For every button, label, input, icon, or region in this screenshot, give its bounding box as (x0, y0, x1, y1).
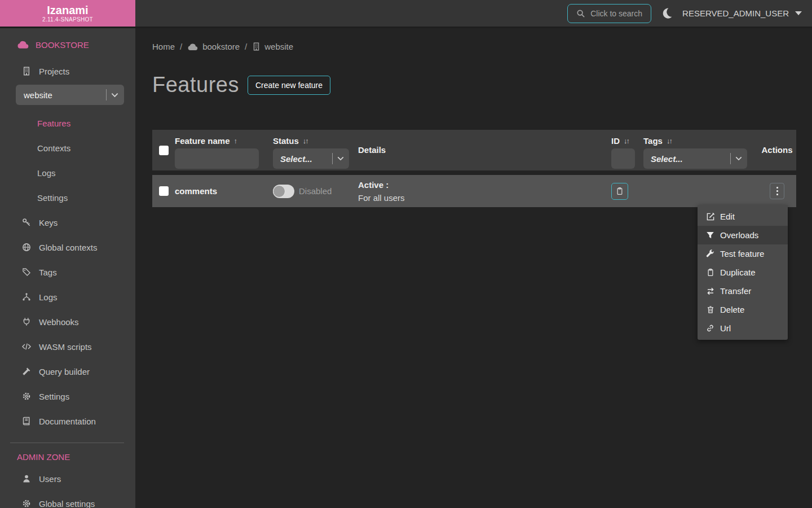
sidebar-item-global-settings[interactable]: Global settings (0, 491, 135, 508)
header-status: Status Select... (273, 135, 358, 170)
tags-filter-select[interactable]: Select... (643, 148, 747, 169)
row-actions-menu-button[interactable] (770, 183, 784, 199)
id-filter-input[interactable] (611, 148, 635, 169)
search-button-label: Click to search (590, 9, 642, 18)
sidebar-item-label: Webhooks (39, 317, 79, 327)
search-button[interactable]: Click to search (567, 4, 651, 23)
plug-icon (21, 317, 32, 326)
row-checkbox-cell (152, 186, 175, 196)
app-name: Izanami (47, 4, 88, 16)
header-tags: Tags Select... (643, 135, 758, 170)
search-icon (576, 9, 585, 18)
status-filter-select[interactable]: Select... (273, 148, 349, 169)
sidebar-item-query-builder[interactable]: Query builder (0, 359, 135, 384)
menu-item-url[interactable]: Url (698, 319, 788, 338)
project-select-value: website (24, 90, 103, 100)
book-icon (21, 417, 32, 426)
sidebar-item-documentation[interactable]: Documentation (0, 409, 135, 433)
breadcrumb-label: website (264, 42, 293, 51)
clipboard-icon (616, 187, 624, 195)
menu-item-delete[interactable]: Delete (698, 300, 788, 319)
sort-both-icon (303, 137, 308, 145)
building-icon (252, 42, 261, 51)
sort-status[interactable]: Status (273, 135, 349, 146)
menu-item-label: Url (720, 323, 731, 333)
sidebar-item-label: Settings (39, 392, 69, 401)
sidebar-item-label: Query builder (39, 367, 90, 376)
breadcrumb-separator: / (245, 42, 247, 51)
main-content: Home / bookstore / website Features Crea… (135, 28, 812, 508)
column-label: ID (611, 136, 620, 146)
sidebar-item-logs[interactable]: Logs (0, 160, 135, 185)
sidebar-item-label: Logs (39, 292, 58, 302)
building-icon (21, 67, 32, 76)
menu-item-duplicate[interactable]: Duplicate (698, 263, 788, 282)
menu-item-test-feature[interactable]: Test feature (698, 244, 788, 263)
admin-zone-text: ADMIN ZONE (17, 452, 70, 462)
menu-item-transfer[interactable]: Transfer (698, 282, 788, 300)
sidebar-item-label: Logs (37, 168, 56, 178)
sidebar-item-settings[interactable]: Settings (0, 185, 135, 210)
feature-toggle[interactable] (273, 185, 294, 198)
sort-tags[interactable]: Tags (643, 135, 747, 146)
trash-icon (705, 305, 715, 314)
feature-name-filter-input[interactable] (175, 148, 259, 169)
breadcrumb-label: bookstore (202, 42, 240, 51)
sidebar-item-webhooks[interactable]: Webhooks (0, 309, 135, 334)
sidebar-item-global-contexts[interactable]: Global contexts (0, 235, 135, 260)
layout: BOOKSTORE Projects website Features Cont… (0, 28, 812, 508)
header-checkbox-cell (152, 135, 175, 170)
copy-id-button[interactable] (611, 183, 628, 200)
sidebar-item-label: Contexts (37, 143, 70, 153)
select-all-checkbox[interactable] (159, 146, 169, 155)
tag-icon (21, 268, 32, 277)
sidebar-item-label: Global settings (39, 499, 95, 508)
column-label: Tags (643, 136, 663, 146)
breadcrumb-bookstore[interactable]: bookstore (187, 42, 240, 51)
sidebar-item-projects[interactable]: Projects (0, 59, 135, 84)
sidebar-item-features[interactable]: Features (0, 111, 135, 135)
gear-icon (21, 392, 32, 401)
sidebar-item-wasm-scripts[interactable]: WASM scripts (0, 334, 135, 359)
breadcrumb-website[interactable]: website (252, 42, 293, 51)
menu-item-overloads[interactable]: Overloads (698, 226, 788, 244)
app-logo[interactable]: Izanami 2.11.4-SNAPSHOT (0, 0, 135, 27)
create-feature-button[interactable]: Create new feature (248, 76, 330, 95)
sort-feature-name[interactable]: Feature name (175, 135, 259, 146)
column-label: Feature name (175, 136, 230, 146)
row-actions-cell (758, 183, 796, 199)
select-placeholder: Select... (280, 154, 329, 164)
sort-id[interactable]: ID (611, 135, 635, 146)
breadcrumb-home[interactable]: Home (152, 42, 175, 51)
page-title: Features (152, 73, 239, 97)
sort-asc-icon (234, 137, 238, 145)
edit-icon (705, 212, 715, 221)
sidebar-item-label: Keys (39, 218, 58, 227)
select-divider (332, 153, 333, 164)
sidebar-item-label: WASM scripts (39, 342, 92, 352)
filter-icon (705, 231, 715, 239)
project-select[interactable]: website (16, 85, 124, 105)
app-version: 2.11.4-SNAPSHOT (42, 16, 93, 23)
breadcrumb-label: Home (152, 42, 175, 51)
sidebar-item-tenant-settings[interactable]: Settings (0, 384, 135, 409)
header-feature-name: Feature name (175, 135, 273, 170)
moon-icon (661, 7, 673, 19)
sidebar-item-tenant-bookstore[interactable]: BOOKSTORE (0, 28, 135, 51)
menu-item-label: Transfer (720, 286, 751, 296)
menu-item-edit[interactable]: Edit (698, 207, 788, 226)
sidebar-item-event-logs[interactable]: Logs (0, 284, 135, 309)
sidebar-item-tags[interactable]: Tags (0, 260, 135, 284)
theme-toggle-button[interactable] (661, 7, 673, 19)
row-checkbox[interactable] (159, 186, 169, 196)
link-icon (705, 324, 715, 332)
select-divider (730, 153, 731, 164)
sidebar-item-label: Settings (37, 193, 68, 203)
sidebar-item-keys[interactable]: Keys (0, 210, 135, 235)
user-menu[interactable]: RESERVED_ADMIN_USER (682, 8, 802, 18)
sidebar-item-users[interactable]: Users (0, 466, 135, 491)
row-feature-name-cell: comments (175, 186, 273, 196)
sidebar-item-contexts[interactable]: Contexts (0, 135, 135, 160)
sidebar-item-label: Tags (39, 268, 57, 277)
code-icon (21, 342, 32, 351)
